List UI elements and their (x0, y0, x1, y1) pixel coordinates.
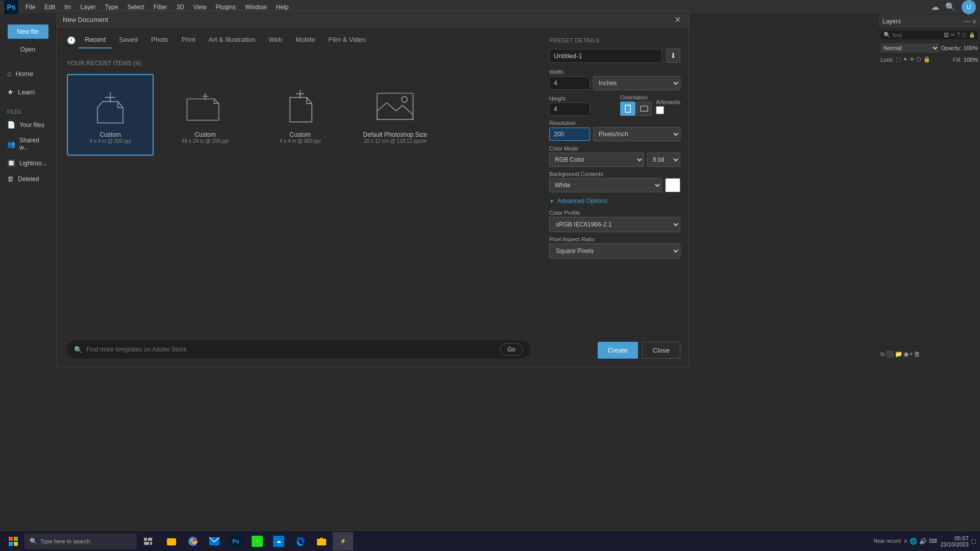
width-input[interactable] (549, 77, 590, 90)
group-icon[interactable]: 📁 (895, 350, 902, 358)
layers-search-input[interactable] (893, 32, 942, 38)
color-profile-select[interactable]: sRGB IEC61966-2.1 (549, 217, 680, 232)
taskbar-edge-icon[interactable] (290, 532, 310, 550)
recent-item-0[interactable]: Custom 4 x 4 in @ 200 ppi (67, 74, 154, 156)
taskbar-app9-icon[interactable]: ⚡ (333, 532, 353, 550)
layers-menu-icon[interactable]: ≡ (972, 18, 976, 25)
taskbar-right: Near record ∧ 🌐 🔊 ⌨ 05:57 23/10/2023 □ (874, 535, 976, 547)
artboards-checkbox[interactable] (656, 106, 664, 114)
shared-icon: 👥 (7, 140, 15, 148)
layers-search-container: 🔍 🖼 ✏ T ⬡ 🔒 (880, 31, 978, 39)
color-mode-select[interactable]: RGB Color (549, 153, 644, 167)
ps-logo: Ps (4, 0, 18, 14)
width-row: Inches (549, 76, 680, 90)
taskbar-speaker-icon[interactable]: 🔊 (919, 538, 927, 545)
layers-blend-row: Normal Opacity: 100% (878, 41, 980, 55)
height-input[interactable] (549, 103, 590, 116)
shared-label: Shared w... (19, 137, 48, 151)
taskbar-network-icon[interactable]: 🌐 (910, 538, 917, 545)
resolution-unit-select[interactable]: Pixels/Inch (593, 127, 680, 141)
create-button[interactable]: Create (598, 342, 638, 359)
close-button[interactable]: Close (642, 342, 680, 359)
layers-search-icon: 🔍 (884, 32, 891, 38)
taskbar-app5-icon[interactable]: ↑ (247, 532, 267, 550)
taskview-button[interactable] (139, 532, 157, 550)
new-file-button[interactable]: New file (8, 24, 48, 39)
sidebar-shared[interactable]: 👥 Shared w... (0, 133, 56, 155)
preset-download-button[interactable]: ⬇ (666, 48, 680, 63)
preset-section-label: PRESET DETAILS (549, 37, 680, 43)
taskbar-ps-icon[interactable]: Ps (226, 532, 246, 550)
tab-recent[interactable]: Recent (79, 32, 112, 48)
sidebar-home[interactable]: ⌂ Home (0, 64, 56, 83)
taskbar-search-box[interactable]: 🔍 Type here to search (24, 534, 137, 549)
taskbar-files-icon[interactable] (311, 532, 332, 550)
recent-item-3[interactable]: Default Photoshop Size 16 x 12 cm @ 118.… (352, 74, 438, 156)
search-bar: 🔍 Go (67, 340, 530, 359)
fill-label: Fill: (953, 57, 962, 63)
background-select[interactable]: White (549, 178, 662, 192)
taskbar-explorer-icon[interactable] (161, 532, 182, 550)
recent-item-1[interactable]: Custom 48 x 24 in @ 200 ppi (162, 74, 249, 156)
taskbar-keyboard-icon[interactable]: ⌨ (929, 538, 937, 544)
taskbar-clock[interactable]: 05:57 23/10/2023 (940, 535, 968, 547)
taskbar-mail-icon[interactable] (204, 532, 225, 550)
tab-film[interactable]: Film & Video (322, 32, 372, 48)
layers-blend-mode[interactable]: Normal (880, 43, 939, 53)
taskbar-up-icon[interactable]: ∧ (903, 538, 908, 544)
lock-move-icon[interactable]: ✛ (910, 56, 914, 63)
sidebar-deleted[interactable]: 🗑 Deleted (0, 171, 56, 187)
mask-icon[interactable]: ◉ (903, 350, 909, 358)
resolution-input[interactable] (549, 128, 590, 141)
layers-lock-row: Lock: ⬚ ✦ ✛ ⬡ 🔒 Fill: 100% (878, 55, 980, 64)
recent-item-info-2: 4 x 4 in @ 300 ppi (280, 138, 321, 144)
landscape-button[interactable] (636, 102, 652, 116)
user-avatar[interactable]: U (962, 0, 976, 14)
preset-name-input[interactable] (549, 49, 662, 63)
deleted-icon: 🗑 (7, 175, 14, 183)
preset-name-row: ⬇ (549, 48, 680, 63)
fx-icon[interactable]: fx (880, 351, 885, 357)
taskbar-notification-icon[interactable]: □ (972, 537, 976, 545)
start-button[interactable] (4, 532, 22, 550)
layers-panel-header: Layers — ≡ (878, 14, 980, 29)
your-files-label: Your files (19, 121, 44, 129)
sidebar-lightroom[interactable]: 🔲 Lightroо... (0, 155, 56, 171)
new-layer-icon[interactable]: + (910, 350, 913, 358)
tab-web[interactable]: Web (263, 32, 289, 48)
search-go-button[interactable]: Go (500, 343, 523, 356)
advanced-options-toggle[interactable]: ▼ Advanced Options (549, 196, 680, 206)
search-icon[interactable]: 🔍 (945, 2, 955, 12)
orientation-label: Orientation (620, 94, 652, 101)
lock-artboard-icon[interactable]: ⬡ (916, 56, 921, 63)
sidebar-your-files[interactable]: 📄 Your files (0, 117, 56, 133)
taskbar-date: 23/10/2023 (940, 541, 968, 547)
lock-gradient-icon[interactable]: ✦ (903, 56, 908, 63)
advanced-options-label: Advanced Options (557, 197, 607, 205)
tab-art[interactable]: Art & Illustration (203, 32, 262, 48)
taskbar-chrome-icon[interactable] (183, 532, 203, 550)
portrait-button[interactable] (620, 102, 635, 116)
taskbar-app6-icon[interactable]: ☁ (268, 532, 289, 550)
background-color-swatch[interactable] (665, 178, 680, 192)
tab-photo[interactable]: Photo (145, 32, 175, 48)
open-button[interactable]: Open (8, 43, 48, 56)
menu-file[interactable]: File (21, 2, 39, 13)
files-section-label: FILES (0, 105, 56, 117)
cloud-icon[interactable]: ☁ (931, 2, 939, 12)
recent-item-2[interactable]: Custom 4 x 4 in @ 300 ppi (257, 74, 344, 156)
lock-all-icon[interactable]: 🔒 (923, 56, 930, 63)
tab-saved[interactable]: Saved (113, 32, 144, 48)
width-unit-select[interactable]: Inches (593, 76, 680, 90)
stock-search-input[interactable] (86, 346, 496, 353)
tab-print[interactable]: Print (176, 32, 202, 48)
sidebar-learn[interactable]: ★ Learn (0, 83, 56, 101)
pixel-ratio-select[interactable]: Square Pixels (549, 243, 680, 259)
lock-pixel-icon[interactable]: ⬚ (896, 56, 901, 63)
adjust-icon[interactable]: ⬛ (886, 350, 894, 358)
delete-layer-icon[interactable]: 🗑 (914, 350, 920, 358)
color-depth-select[interactable]: 8 bit (647, 153, 680, 167)
dialog-close-button[interactable]: ✕ (672, 15, 682, 25)
tab-mobile[interactable]: Mobile (289, 32, 321, 48)
layers-minimize-icon[interactable]: — (964, 18, 970, 25)
